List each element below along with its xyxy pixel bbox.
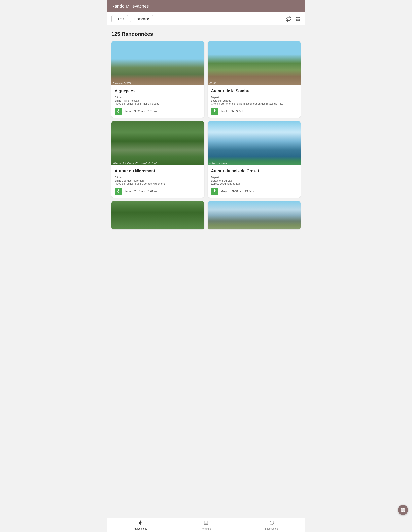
- card-distance-sombre: 9.24 km: [236, 110, 246, 113]
- image-caption-nigremont: Village de Saint-Georges-Nigremont/R. Ro…: [113, 162, 156, 164]
- card-body-nigremont: Autour du Nigremont Départ Saint-Georges…: [111, 165, 204, 198]
- card-address-aigueperse: Place de l'église, Saint-Hilaire-Foissac: [115, 102, 201, 105]
- card-image-partial-2: [208, 201, 301, 229]
- card-address-sombre: Chemin de l'antenne relais, à la séparat…: [211, 102, 297, 105]
- card-title-aigueperse: Aigueperse: [115, 89, 201, 93]
- card-image-nigremont: Village de Saint-Georges-Nigremont/R. Ro…: [111, 121, 204, 165]
- main-content: 125 Randonnées D Agnoux - CC VE/c Aiguep…: [108, 25, 304, 249]
- card-difficulty-aigueperse: Facile: [124, 110, 132, 113]
- card-title-sombre: Autour de la Sombre: [211, 89, 297, 93]
- svg-point-6: [118, 189, 119, 190]
- card-autour-sombre[interactable]: CC VE/c Autour de la Sombre Départ Laval…: [208, 41, 301, 118]
- card-nigremont[interactable]: Village de Saint-Georges-Nigremont/R. Ro…: [111, 121, 204, 198]
- card-image-aigueperse: D Agnoux - CC VE/c: [111, 41, 204, 86]
- hiker-icon: [116, 189, 120, 193]
- card-duration-nigremont: 2h18min: [134, 190, 145, 193]
- card-depart-label-sombre: Départ: [211, 96, 297, 99]
- toolbar: Filtres Recherche: [108, 12, 304, 25]
- card-crozat[interactable]: Le Lac de Vassivière Autour du bois de C…: [208, 121, 301, 198]
- card-depart-label-aigueperse: Départ: [115, 96, 201, 99]
- app-title: Rando Millevaches: [111, 4, 149, 9]
- card-body-crozat: Autour du bois de Crozat Départ Beaumont…: [208, 165, 301, 198]
- card-meta-crozat: Moyen 4h48min 13.94 km: [211, 188, 297, 195]
- card-address-crozat: Eglise, Beaumont-du-Lac: [211, 182, 297, 185]
- app-header: Rando Millevaches: [108, 0, 304, 12]
- card-title-crozat: Autour du bois de Crozat: [211, 169, 297, 173]
- card-difficulty-crozat: Moyen: [221, 190, 229, 193]
- search-button[interactable]: Recherche: [130, 15, 153, 22]
- cards-grid: D Agnoux - CC VE/c Aigueperse Départ Sai…: [111, 41, 301, 229]
- card-duration-sombre: 3h: [231, 110, 234, 113]
- sort-button[interactable]: [286, 16, 291, 21]
- svg-rect-0: [296, 17, 297, 19]
- image-caption-crozat: Le Lac de Vassivière: [209, 162, 228, 164]
- svg-rect-3: [298, 19, 300, 21]
- card-aigueperse[interactable]: D Agnoux - CC VE/c Aigueperse Départ Sai…: [111, 41, 204, 118]
- hiker-icon: [212, 109, 217, 114]
- grid-icon: [295, 16, 301, 21]
- card-difficulty-nigremont: Facile: [124, 190, 132, 193]
- card-city-nigremont: Saint-Georges-Nigremont: [115, 179, 201, 182]
- card-city-aigueperse: Saint-Hilaire-Foissac: [115, 99, 201, 102]
- card-partial-2[interactable]: [208, 201, 301, 229]
- grid-button[interactable]: [295, 16, 301, 21]
- hiker-icon: [116, 109, 120, 114]
- toolbar-right: [286, 16, 301, 21]
- card-depart-label-nigremont: Départ: [115, 176, 201, 179]
- card-image-sombre: CC VE/c: [208, 41, 301, 86]
- card-distance-nigremont: 7.78 km: [147, 190, 157, 193]
- difficulty-icon-crozat: [211, 188, 218, 195]
- card-image-partial-1: [111, 201, 204, 229]
- card-distance-aigueperse: 7.31 km: [147, 110, 157, 113]
- card-meta-aigueperse: Facile 3h30min 7.31 km: [115, 108, 201, 115]
- filter-button[interactable]: Filtres: [111, 15, 128, 22]
- toolbar-left: Filtres Recherche: [111, 15, 286, 22]
- card-partial-1[interactable]: [111, 201, 204, 229]
- card-meta-nigremont: Facile 2h18min 7.78 km: [115, 188, 201, 195]
- difficulty-icon-sombre: [211, 108, 218, 115]
- card-body-sombre: Autour de la Sombre Départ Laval-sur-Luz…: [208, 86, 301, 118]
- card-duration-crozat: 4h48min: [232, 190, 242, 193]
- difficulty-icon-nigremont: [115, 188, 122, 195]
- card-difficulty-sombre: Facile: [221, 110, 228, 113]
- svg-point-4: [118, 109, 119, 110]
- sort-icon: [286, 16, 291, 21]
- image-caption-sombre: CC VE/c: [209, 82, 217, 85]
- card-title-nigremont: Autour du Nigremont: [115, 169, 201, 173]
- svg-rect-2: [296, 19, 297, 21]
- svg-rect-1: [298, 17, 300, 19]
- section-title: 125 Randonnées: [111, 31, 301, 37]
- card-city-crozat: Beaumont-du-Lac: [211, 179, 297, 182]
- card-meta-sombre: Facile 3h 9.24 km: [211, 108, 297, 115]
- card-distance-crozat: 13.94 km: [245, 190, 256, 193]
- image-caption-aigueperse: D Agnoux - CC VE/c: [113, 82, 131, 85]
- card-image-crozat: Le Lac de Vassivière: [208, 121, 301, 165]
- card-duration-aigueperse: 3h30min: [134, 110, 145, 113]
- svg-point-7: [214, 189, 215, 190]
- card-address-nigremont: Place de l'église, Saint-Georges-Nigremo…: [115, 182, 201, 185]
- svg-point-5: [214, 109, 215, 110]
- card-body-aigueperse: Aigueperse Départ Saint-Hilaire-Foissac …: [111, 86, 204, 118]
- card-city-sombre: Laval-sur-Luzège: [211, 99, 297, 102]
- card-depart-label-crozat: Départ: [211, 176, 297, 179]
- difficulty-icon-aigueperse: [115, 108, 122, 115]
- hiker-icon: [212, 189, 217, 193]
